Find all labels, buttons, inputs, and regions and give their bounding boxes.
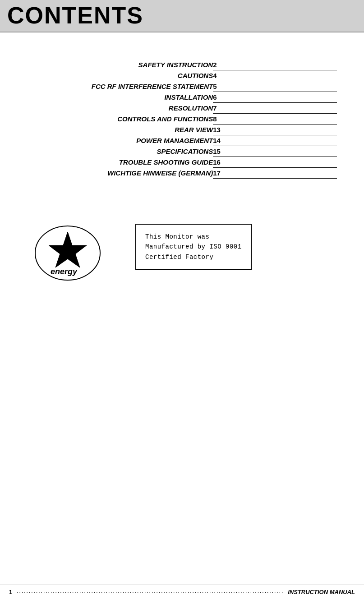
toc-row: INSTALLATION6 (27, 92, 337, 103)
toc-row: SAFETY INSTRUCTION2 (27, 60, 337, 70)
toc-row: POWER MANAGEMENT14 (27, 135, 337, 146)
toc-item-page: 14 (213, 135, 337, 146)
iso-line1: This Monitor was (145, 233, 209, 240)
toc-item-page: 5 (213, 81, 337, 92)
toc-item-label: SPECIFICATIONS (27, 146, 213, 157)
toc-item-page: 16 (213, 157, 337, 168)
toc-row: CAUTIONS4 (27, 70, 337, 81)
toc-item-page: 17 (213, 168, 337, 179)
toc-item-page: 8 (213, 114, 337, 124)
page-title: CONTENTS (7, 2, 143, 28)
bottom-section: energy This Monitor was Manufactured by … (0, 224, 364, 284)
footer-manual-label: INSTRUCTION MANUAL (288, 589, 355, 595)
iso-line3: Certified Factory (145, 253, 213, 261)
toc-item-label: CAUTIONS (27, 70, 213, 81)
footer-dots: ········································… (17, 589, 283, 595)
footer-page-number: 1 (9, 589, 12, 595)
toc-row: TROUBLE SHOOTING GUIDE16 (27, 157, 337, 168)
toc-item-label: POWER MANAGEMENT (27, 135, 213, 146)
toc-item-label: RESOLUTION (27, 103, 213, 114)
iso-line2: Manufactured by ISO 9001 (145, 243, 242, 250)
toc-row: REAR VIEW13 (27, 124, 337, 135)
page-header: CONTENTS (0, 0, 364, 32)
toc-item-label: WICHTIGE HINWEISE (GERMAN) (27, 168, 213, 179)
toc-item-page: 2 (213, 60, 337, 70)
toc-item-page: 7 (213, 103, 337, 114)
toc-item-page: 4 (213, 70, 337, 81)
toc-table: SAFETY INSTRUCTION2CAUTIONS4FCC RF INTER… (27, 60, 337, 179)
toc-item-label: FCC RF INTERFERENCE STATEMENT (27, 81, 213, 92)
toc-row: RESOLUTION7 (27, 103, 337, 114)
energy-star-logo: energy (27, 224, 108, 284)
toc-row: WICHTIGE HINWEISE (GERMAN)17 (27, 168, 337, 179)
toc-item-label: TROUBLE SHOOTING GUIDE (27, 157, 213, 168)
toc-item-page: 15 (213, 146, 337, 157)
toc-item-page: 13 (213, 124, 337, 135)
svg-marker-1 (49, 232, 87, 267)
toc-item-page: 6 (213, 92, 337, 103)
toc-section: SAFETY INSTRUCTION2CAUTIONS4FCC RF INTER… (0, 32, 364, 188)
toc-item-label: SAFETY INSTRUCTION (27, 60, 213, 70)
toc-row: FCC RF INTERFERENCE STATEMENT5 (27, 81, 337, 92)
toc-item-label: INSTALLATION (27, 92, 213, 103)
toc-item-label: REAR VIEW (27, 124, 213, 135)
svg-text:energy: energy (51, 267, 78, 276)
toc-item-label: CONTROLS AND FUNCTIONS (27, 114, 213, 124)
toc-row: SPECIFICATIONS15 (27, 146, 337, 157)
toc-row: CONTROLS AND FUNCTIONS8 (27, 114, 337, 124)
page-footer: 1 ······································… (0, 585, 364, 599)
iso-certified-box: This Monitor was Manufactured by ISO 900… (135, 224, 252, 270)
